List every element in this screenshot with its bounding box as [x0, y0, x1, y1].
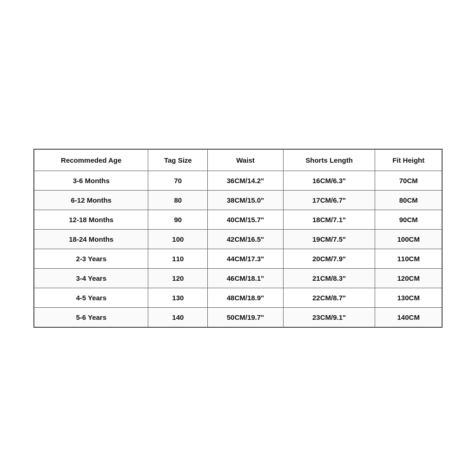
table-cell: 38CM/15.0" [208, 190, 283, 210]
table-cell: 18CM/7.1" [283, 210, 375, 229]
table-cell: 120 [148, 268, 208, 288]
table-cell: 36CM/14.2" [208, 171, 283, 190]
table-row: 2-3 Years11044CM/17.3"20CM/7.9"110CM [34, 249, 442, 268]
table-cell: 90CM [375, 210, 442, 229]
table-cell: 3-4 Years [34, 268, 148, 288]
table-cell: 42CM/16.5" [208, 229, 283, 249]
table-header-cell: Shorts Length [283, 149, 375, 171]
table-body: 3-6 Months7036CM/14.2"16CM/6.3"70CM6-12 … [34, 171, 442, 327]
table-header-cell: Waist [208, 149, 283, 171]
table-cell: 110CM [375, 249, 442, 268]
table-cell: 140CM [375, 307, 442, 327]
table-cell: 140 [148, 307, 208, 327]
table-cell: 17CM/6.7" [283, 190, 375, 210]
table-cell: 100 [148, 229, 208, 249]
table-row: 18-24 Months10042CM/16.5"19CM/7.5"100CM [34, 229, 442, 249]
table-cell: 130CM [375, 288, 442, 307]
table-header-cell: Tag Size [148, 149, 208, 171]
size-chart-table: Recommeded AgeTag SizeWaistShorts Length… [34, 149, 442, 327]
table-cell: 2-3 Years [34, 249, 148, 268]
table-cell: 50CM/19.7" [208, 307, 283, 327]
table-header-cell: Recommeded Age [34, 149, 148, 171]
table-cell: 5-6 Years [34, 307, 148, 327]
table-cell: 20CM/7.9" [283, 249, 375, 268]
table-header-cell: Fit Height [375, 149, 442, 171]
size-chart-container: Recommeded AgeTag SizeWaistShorts Length… [33, 149, 443, 328]
table-cell: 19CM/7.5" [283, 229, 375, 249]
table-cell: 100CM [375, 229, 442, 249]
table-row: 6-12 Months8038CM/15.0"17CM/6.7"80CM [34, 190, 442, 210]
table-cell: 23CM/9.1" [283, 307, 375, 327]
table-cell: 48CM/18.9" [208, 288, 283, 307]
table-cell: 90 [148, 210, 208, 229]
table-cell: 6-12 Months [34, 190, 148, 210]
table-cell: 44CM/17.3" [208, 249, 283, 268]
table-cell: 70CM [375, 171, 442, 190]
table-cell: 16CM/6.3" [283, 171, 375, 190]
table-row: 4-5 Years13048CM/18.9"22CM/8.7"130CM [34, 288, 442, 307]
table-cell: 80CM [375, 190, 442, 210]
table-cell: 22CM/8.7" [283, 288, 375, 307]
table-row: 3-6 Months7036CM/14.2"16CM/6.3"70CM [34, 171, 442, 190]
table-cell: 80 [148, 190, 208, 210]
table-cell: 21CM/8.3" [283, 268, 375, 288]
table-cell: 4-5 Years [34, 288, 148, 307]
table-cell: 46CM/18.1" [208, 268, 283, 288]
table-cell: 130 [148, 288, 208, 307]
table-cell: 120CM [375, 268, 442, 288]
table-cell: 18-24 Months [34, 229, 148, 249]
table-header-row: Recommeded AgeTag SizeWaistShorts Length… [34, 149, 442, 171]
table-row: 12-18 Months9040CM/15.7"18CM/7.1"90CM [34, 210, 442, 229]
table-cell: 110 [148, 249, 208, 268]
table-cell: 3-6 Months [34, 171, 148, 190]
table-row: 3-4 Years12046CM/18.1"21CM/8.3"120CM [34, 268, 442, 288]
table-cell: 70 [148, 171, 208, 190]
table-cell: 40CM/15.7" [208, 210, 283, 229]
table-cell: 12-18 Months [34, 210, 148, 229]
table-row: 5-6 Years14050CM/19.7"23CM/9.1"140CM [34, 307, 442, 327]
